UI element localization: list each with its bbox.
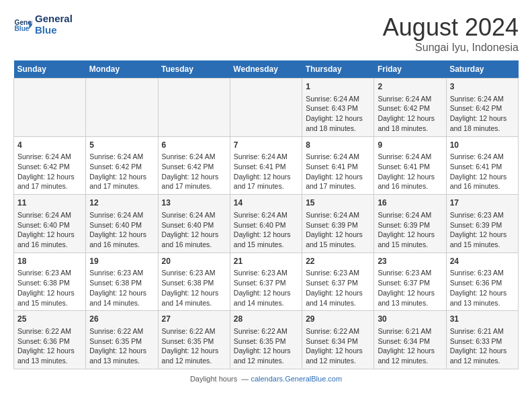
day-info: Sunset: 6:40 PM [17,220,82,230]
day-info: and 16 minutes. [89,240,154,250]
day-info: Sunrise: 6:24 AM [89,152,154,162]
day-header-tuesday: Tuesday [158,60,230,79]
footer-text: Daylight hours [190,375,237,383]
day-info: Sunrise: 6:24 AM [89,210,154,220]
day-number: 7 [234,140,298,151]
calendar-cell [158,79,230,137]
day-info: Sunset: 6:37 PM [378,278,442,288]
day-info: Daylight: 12 hours [234,346,298,356]
month-title: August 2024 [383,13,519,42]
logo-line1: General [35,13,73,25]
calendar-cell [230,79,302,137]
day-number: 12 [89,197,154,209]
day-info: Sunset: 6:34 PM [378,336,442,347]
day-info: Sunset: 6:41 PM [450,162,515,172]
calendar-cell: 27Sunrise: 6:22 AMSunset: 6:35 PMDayligh… [158,311,230,369]
day-number: 17 [450,197,515,209]
day-info: and 16 minutes. [17,240,82,250]
day-info: Daylight: 12 hours [234,172,298,182]
day-number: 20 [162,256,226,267]
day-info: Daylight: 12 hours [306,230,370,240]
day-info: Daylight: 12 hours [450,172,515,182]
day-info: Daylight: 12 hours [234,230,298,240]
day-info: Daylight: 12 hours [450,346,515,356]
day-info: Daylight: 12 hours [162,346,226,356]
day-info: and 13 minutes. [450,298,515,308]
day-info: Sunrise: 6:24 AM [450,94,515,104]
day-info: Daylight: 12 hours [162,230,226,240]
day-info: and 18 minutes. [450,124,515,134]
calendar-cell: 2Sunrise: 6:24 AMSunset: 6:42 PMDaylight… [374,79,446,137]
day-info: Sunset: 6:42 PM [89,162,154,172]
day-info: Sunrise: 6:24 AM [306,210,370,220]
calendar-cell: 19Sunrise: 6:23 AMSunset: 6:38 PMDayligh… [86,253,158,311]
day-info: Daylight: 12 hours [162,172,226,182]
day-info: Daylight: 12 hours [378,288,442,298]
day-info: Sunset: 6:35 PM [234,336,298,347]
day-number: 22 [306,256,370,267]
day-info: Sunset: 6:40 PM [162,220,226,230]
day-header-thursday: Thursday [302,60,374,79]
logo-line2: Blue [35,25,73,36]
day-info: and 15 minutes. [378,240,442,250]
day-info: and 14 minutes. [89,298,154,308]
footer: Daylight hours — calendars.GeneralBlue.c… [13,375,519,383]
day-info: Sunrise: 6:23 AM [234,268,298,278]
day-header-monday: Monday [86,60,158,79]
calendar-cell: 10Sunrise: 6:24 AMSunset: 6:41 PMDayligh… [446,136,518,195]
svg-text:Blue: Blue [15,25,30,32]
day-info: Sunset: 6:36 PM [17,336,82,347]
day-number: 26 [89,314,154,325]
day-info: Sunrise: 6:22 AM [162,326,226,336]
calendar-cell: 21Sunrise: 6:23 AMSunset: 6:37 PMDayligh… [230,253,302,311]
day-number: 13 [162,197,226,209]
footer-link[interactable]: calendars.GeneralBlue.com [251,375,342,383]
day-info: Sunset: 6:38 PM [162,278,226,288]
day-info: Sunrise: 6:23 AM [89,268,154,278]
calendar-cell: 11Sunrise: 6:24 AMSunset: 6:40 PMDayligh… [14,195,86,253]
day-header-saturday: Saturday [446,60,518,79]
day-info: Daylight: 12 hours [378,172,442,182]
day-info: Daylight: 12 hours [234,288,298,298]
calendar-cell: 25Sunrise: 6:22 AMSunset: 6:36 PMDayligh… [14,311,86,369]
day-info: and 16 minutes. [450,181,515,191]
day-info: Sunset: 6:37 PM [306,278,370,288]
day-info: Daylight: 12 hours [17,288,82,298]
day-info: Sunrise: 6:22 AM [234,326,298,336]
day-info: Sunrise: 6:24 AM [162,210,226,220]
day-info: Sunset: 6:38 PM [17,278,82,288]
calendar-cell: 26Sunrise: 6:22 AMSunset: 6:35 PMDayligh… [86,311,158,369]
day-number: 19 [89,256,154,267]
day-header-friday: Friday [374,60,446,79]
calendar-week-row: 4Sunrise: 6:24 AMSunset: 6:42 PMDaylight… [14,136,519,195]
day-number: 24 [450,256,515,267]
day-info: and 17 minutes. [17,181,82,191]
day-number: 23 [378,256,442,267]
day-info: and 16 minutes. [378,181,442,191]
day-info: Daylight: 12 hours [378,230,442,240]
day-number: 14 [234,197,298,209]
day-info: Daylight: 12 hours [450,230,515,240]
day-header-sunday: Sunday [14,60,86,79]
day-info: Sunset: 6:39 PM [378,220,442,230]
day-info: Sunset: 6:38 PM [89,278,154,288]
calendar-cell: 3Sunrise: 6:24 AMSunset: 6:42 PMDaylight… [446,79,518,137]
calendar-cell: 7Sunrise: 6:24 AMSunset: 6:41 PMDaylight… [230,136,302,195]
day-info: Daylight: 12 hours [378,113,442,124]
calendar-table: SundayMondayTuesdayWednesdayThursdayFrid… [13,60,519,369]
day-number: 18 [17,256,82,267]
day-info: Sunset: 6:42 PM [162,162,226,172]
day-info: and 12 minutes. [378,356,442,366]
calendar-cell: 29Sunrise: 6:22 AMSunset: 6:34 PMDayligh… [302,311,374,369]
day-number: 3 [450,81,515,93]
day-info: Sunset: 6:41 PM [234,162,298,172]
calendar-cell: 5Sunrise: 6:24 AMSunset: 6:42 PMDaylight… [86,136,158,195]
day-number: 29 [306,314,370,325]
day-info: Sunrise: 6:22 AM [17,326,82,336]
day-info: Sunset: 6:40 PM [89,220,154,230]
day-info: and 15 minutes. [17,298,82,308]
day-info: and 17 minutes. [306,181,370,191]
day-info: Sunrise: 6:24 AM [306,152,370,162]
day-info: Daylight: 12 hours [306,288,370,298]
day-info: and 16 minutes. [162,240,226,250]
